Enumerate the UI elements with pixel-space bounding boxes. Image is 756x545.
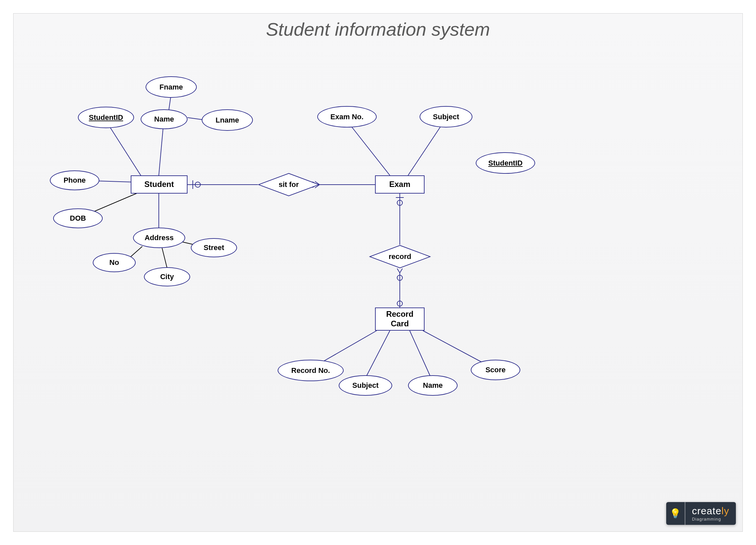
logo-brand: creately — [692, 505, 729, 517]
diagram-title: Student information system — [14, 18, 742, 40]
svg-point-22 — [397, 301, 402, 306]
attr-score: Score — [471, 360, 520, 380]
attr-exam-no: Exam No. — [317, 106, 377, 127]
entity-student: Student — [131, 175, 188, 193]
attr-name: Name — [141, 109, 188, 129]
connection-lines — [14, 14, 742, 531]
svg-line-15 — [347, 121, 390, 175]
entity-exam: Exam — [375, 175, 425, 193]
svg-line-25 — [410, 331, 433, 382]
attr-phone: Phone — [50, 170, 99, 190]
attr-student-id: StudentID — [78, 107, 134, 128]
svg-line-16 — [408, 121, 444, 175]
attr-no: No — [93, 253, 136, 272]
attr-student-id-exam: StudentID — [476, 152, 535, 174]
attr-subject-exam: Subject — [420, 106, 472, 127]
relationship-record: record — [369, 245, 431, 268]
attr-lname: Lname — [202, 109, 253, 131]
attr-street: Street — [191, 238, 237, 257]
svg-point-19 — [397, 200, 402, 205]
attr-subject-rc: Subject — [339, 375, 392, 396]
creately-logo: 💡 creately Diagramming — [666, 502, 736, 525]
attr-record-no: Record No. — [278, 360, 344, 381]
diagram-canvas: Student information system — [13, 13, 743, 532]
svg-line-0 — [106, 121, 144, 180]
svg-point-12 — [195, 182, 200, 187]
svg-point-21 — [397, 275, 402, 281]
attr-dob: DOB — [53, 208, 103, 228]
relationship-sit-for: sit for — [258, 173, 320, 196]
attr-name-rc: Name — [408, 375, 458, 396]
svg-line-8 — [162, 248, 167, 268]
logo-tagline: Diagramming — [692, 517, 729, 522]
svg-line-24 — [363, 331, 390, 382]
attr-city: City — [144, 267, 190, 287]
attr-fname: Fname — [146, 76, 197, 98]
attr-address: Address — [133, 227, 185, 248]
entity-record-card: Record Card — [375, 308, 425, 331]
lightbulb-icon: 💡 — [666, 502, 685, 525]
